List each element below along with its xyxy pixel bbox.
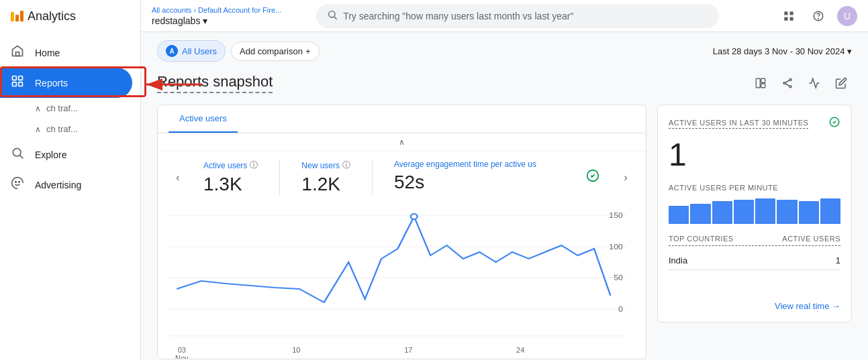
all-users-avatar: A: [166, 45, 178, 57]
sub-item-1-label: ch traf...: [46, 103, 78, 113]
svg-rect-0: [16, 52, 19, 56]
snapshot-actions: [750, 72, 852, 94]
svg-rect-3: [13, 82, 17, 86]
account-name: redstaglabs: [152, 15, 200, 26]
top-countries-header: TOP COUNTRIES ACTIVE USERS: [669, 235, 840, 246]
mini-bars: [669, 197, 840, 224]
tab-active-users[interactable]: Active users: [168, 105, 238, 133]
sidebar-header: Analytics: [0, 0, 140, 32]
per-minute-title: ACTIVE USERS PER MINUTE: [669, 184, 840, 192]
main-grid: Active users ∧ ‹: [141, 99, 868, 333]
app-title: Analytics: [28, 9, 76, 23]
user-avatar[interactable]: U: [837, 6, 857, 26]
realtime-title: ACTIVE USERS IN LAST 30 MINUTES: [669, 119, 808, 129]
sub-item-2[interactable]: ∧ ch traf...: [0, 119, 140, 139]
active-users-col-label: ACTIVE USERS: [782, 235, 840, 243]
search-placeholder: Try searching "how many users last month…: [343, 11, 573, 21]
sidebar-item-advertising-label: Advertising: [35, 180, 81, 190]
engagement-value: 52s: [394, 172, 536, 193]
svg-rect-18: [756, 78, 760, 88]
chart-panel: Active users ∧ ‹: [157, 105, 646, 359]
metric-engagement-label[interactable]: Average engagement time per active us: [394, 160, 536, 169]
chart-area: 150 100 50 0: [158, 203, 646, 359]
edit-icon-btn[interactable]: [830, 72, 852, 94]
sidebar-item-advertising[interactable]: Advertising: [0, 170, 132, 200]
view-realtime-link[interactable]: View real time →: [669, 301, 840, 311]
next-button[interactable]: ›: [616, 168, 635, 187]
chevron-up-icon: ∧: [399, 137, 405, 147]
add-comparison-button[interactable]: Add comparison +: [231, 42, 320, 61]
filters-right: Last 28 days 3 Nov - 30 Nov 2024 ▾: [713, 46, 852, 56]
panel-tabs: Active users: [158, 105, 646, 133]
mini-bar: [799, 201, 819, 224]
svg-point-21: [789, 78, 791, 80]
date-from: 3 Nov: [765, 46, 787, 56]
app-logo: Analytics: [11, 9, 76, 23]
all-users-button[interactable]: A All Users: [157, 40, 226, 62]
svg-rect-12: [784, 11, 787, 15]
content-area: A All Users Add comparison + Last 28 day…: [141, 32, 868, 360]
breadcrumb: All accounts › Default Account for Fire.…: [152, 6, 281, 14]
active-users-text: Active users: [203, 161, 247, 170]
active-users-value: 1.3K: [203, 174, 258, 195]
svg-line-24: [785, 80, 789, 83]
collapse-row[interactable]: ∧: [158, 133, 646, 152]
add-icon: +: [305, 46, 311, 56]
mini-bar: [712, 201, 732, 224]
svg-line-11: [334, 17, 337, 19]
date-range-link[interactable]: 3 Nov - 30 Nov 2024 ▾: [765, 46, 852, 56]
svg-text:100: 100: [609, 243, 622, 251]
svg-rect-15: [790, 17, 793, 20]
sub-item-1[interactable]: ∧ ch traf...: [0, 98, 140, 119]
metric-row: ‹ Active users ⓘ 1.3K: [158, 152, 646, 203]
add-comparison-label: Add comparison: [240, 46, 303, 56]
search-bar[interactable]: Try searching "how many users last month…: [316, 4, 719, 28]
svg-rect-14: [784, 17, 787, 20]
mini-bar: [734, 200, 754, 224]
sub-item-2-label: ch traf...: [46, 124, 78, 134]
chart-x-labels: 03 Nov 10 17 24: [168, 345, 635, 359]
filters-bar: A All Users Add comparison + Last 28 day…: [141, 32, 868, 70]
prev-button[interactable]: ‹: [168, 168, 187, 187]
account-selector[interactable]: redstaglabs ▾: [152, 15, 281, 26]
x-label-17: 17: [404, 346, 412, 359]
customize-icon-btn[interactable]: [804, 72, 825, 94]
active-users-help-icon: ⓘ: [250, 160, 258, 171]
breadcrumb-all-accounts[interactable]: All accounts: [152, 6, 191, 14]
realtime-header: ACTIVE USERS IN LAST 30 MINUTES: [669, 116, 840, 131]
date-to: 30 Nov 2024: [795, 46, 845, 56]
new-users-value: 1.2K: [301, 174, 350, 195]
sidebar-item-explore-label: Explore: [35, 149, 66, 160]
engagement-text: Average engagement time per active us: [394, 160, 536, 169]
svg-point-7: [15, 182, 17, 183]
grid-icon-btn[interactable]: [778, 5, 800, 27]
sidebar-item-explore[interactable]: Explore: [0, 139, 132, 170]
sidebar-nav: Home Reports ∧ ch traf... ∧ ch traf...: [0, 32, 140, 360]
reports-icon: [11, 74, 24, 91]
mini-bar: [755, 198, 775, 224]
account-dropdown-icon: ▾: [203, 15, 207, 26]
snapshot-title: Reports snapshot: [157, 73, 273, 93]
date-range: Last 28 days: [713, 46, 763, 56]
share-icon-btn[interactable]: [777, 72, 798, 94]
search-icon: [327, 9, 338, 23]
help-icon-btn[interactable]: [808, 5, 829, 27]
sidebar-item-home[interactable]: Home: [0, 38, 132, 68]
layout-icon-btn[interactable]: [750, 72, 771, 94]
metric-separator-2: [372, 160, 373, 195]
date-dropdown-icon: ▾: [847, 46, 852, 56]
country-row-india: India 1: [669, 251, 840, 270]
logo-bar-yellow: [11, 12, 14, 21]
svg-point-8: [19, 182, 20, 183]
main-content: All accounts › Default Account for Fire.…: [141, 0, 868, 360]
svg-rect-4: [19, 82, 23, 86]
metric-new-users: New users ⓘ 1.2K: [301, 160, 350, 195]
line-chart: 150 100 50 0: [168, 208, 635, 343]
check-icon: [585, 168, 600, 186]
sidebar-item-reports[interactable]: Reports: [0, 68, 132, 98]
metric-active-users-label[interactable]: Active users ⓘ: [203, 160, 258, 171]
metric-new-users-label[interactable]: New users ⓘ: [301, 160, 350, 171]
logo-bar-orange-short: [15, 15, 19, 21]
x-label-24: 24: [516, 346, 524, 359]
home-icon: [11, 44, 24, 61]
